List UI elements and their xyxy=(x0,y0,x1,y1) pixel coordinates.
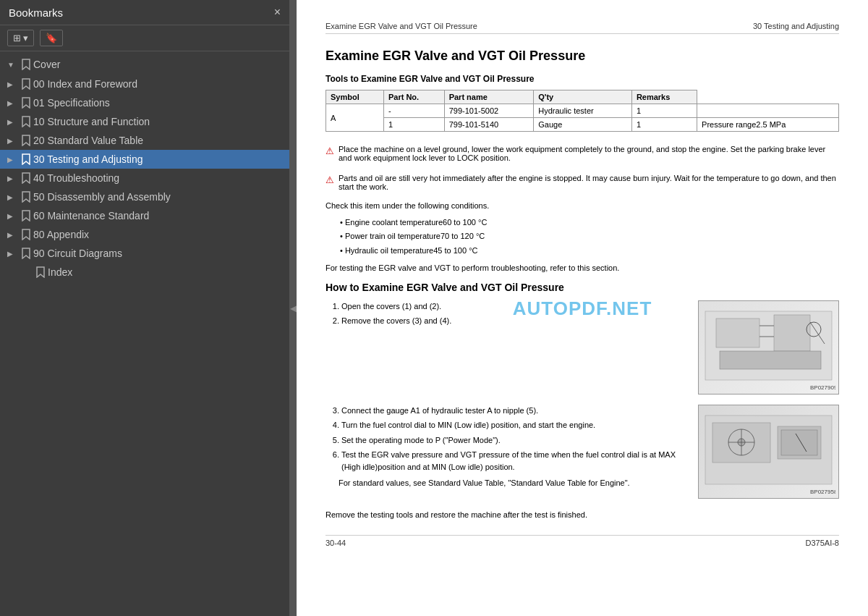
warning-triangle-icon-1: ⚠ xyxy=(326,145,334,156)
sidebar-item-50[interactable]: 50 Disassembly and Assembly xyxy=(0,187,289,206)
table-cell-remarks2: Pressure range2.5 MPa xyxy=(697,118,839,132)
warning-triangle-icon-2: ⚠ xyxy=(326,174,334,185)
svg-rect-1 xyxy=(716,318,760,347)
table-header-remarks: Remarks xyxy=(631,90,697,104)
svg-text:BP027909: BP027909 xyxy=(810,384,835,391)
bookmark-list: Cover 00 Index and Foreword 01 Specifica… xyxy=(0,51,289,616)
divider-arrow-icon: ◀ xyxy=(290,303,297,313)
step-1: Open the covers (1) and (2). xyxy=(341,300,688,313)
table-header-symbol: Symbol xyxy=(326,90,384,104)
table-header-partno: Part No. xyxy=(383,90,444,104)
table-cell-qty2: 1 xyxy=(631,118,697,132)
item-60-chevron xyxy=(7,211,19,220)
item-20-label: 20 Standard Value Table xyxy=(33,135,284,146)
sidebar-item-30[interactable]: 30 Testing and Adjusting xyxy=(0,150,289,169)
item-01-label: 01 Specifications xyxy=(33,97,284,109)
grid-icon: ⊞ xyxy=(13,33,21,43)
warning-block-1: ⚠ Place the machine on a level ground, l… xyxy=(326,142,839,165)
table-cell-partno2: 799-101-5140 xyxy=(444,118,534,132)
step-image-2: BP027958 xyxy=(698,405,839,499)
svg-text:BP027958: BP027958 xyxy=(810,489,835,495)
sidebar-item-01[interactable]: 01 Specifications xyxy=(0,93,289,112)
page-footer: 30-44 D375AI-8 xyxy=(326,535,839,547)
item-01-chevron xyxy=(7,98,19,107)
bookmark-icon-button[interactable]: 🔖 xyxy=(40,30,63,46)
tools-subtitle: Tools to Examine EGR Valve and VGT Oil P… xyxy=(326,74,839,84)
item-50-chevron xyxy=(7,193,19,201)
cover-bookmark-icon xyxy=(22,59,30,70)
sidebar-item-80[interactable]: 80 Appendix xyxy=(0,225,289,244)
table-cell-1: 1 xyxy=(383,118,444,132)
close-button[interactable]: × xyxy=(274,6,281,19)
table-header-partname: Part name xyxy=(444,90,534,104)
condition-1: Engine coolant temperature60 to 100 °C xyxy=(340,216,839,229)
steps-list-1: Open the covers (1) and (2). Remove the … xyxy=(326,300,688,327)
warning-text-2: Parts and oil are still very hot immedia… xyxy=(339,174,839,191)
sidebar-title: Bookmarks xyxy=(9,7,63,19)
table-cell-partname1: Hydraulic tester xyxy=(534,104,632,118)
item-10-chevron xyxy=(7,117,19,126)
main-wrapper: AUTOPDF.NET Examine EGR Valve and VGT Oi… xyxy=(297,0,868,616)
steps-col-2: Connect the gauge A1 of hydraulic tester… xyxy=(326,405,688,499)
tools-table: Symbol Part No. Part name Q'ty Remarks A… xyxy=(326,90,839,132)
main-content[interactable]: Examine EGR Valve and VGT Oil Pressure 3… xyxy=(297,0,868,616)
step-2: Remove the covers (3) and (4). xyxy=(341,315,688,327)
item-30-label: 30 Testing and Adjusting xyxy=(33,153,284,165)
page-footer-right: D375AI-8 xyxy=(806,539,839,547)
item-10-bookmark-icon xyxy=(22,116,30,127)
sidebar-item-00[interactable]: 00 Index and Foreword xyxy=(0,75,289,93)
sidebar-item-20[interactable]: 20 Standard Value Table xyxy=(0,131,289,150)
item-80-label: 80 Appendix xyxy=(33,229,284,240)
step-3: Connect the gauge A1 of hydraulic tester… xyxy=(341,405,688,417)
page-header-left: Examine EGR Valve and VGT Oil Pressure xyxy=(326,22,477,30)
condition-3: Hydraulic oil temperature45 to 100 °C xyxy=(340,245,839,257)
steps-with-image-2: Connect the gauge A1 of hydraulic tester… xyxy=(326,405,839,499)
warning-block-2: ⚠ Parts and oil are still very hot immed… xyxy=(326,171,839,194)
step-5: Set the operating mode to P ("Power Mode… xyxy=(341,434,688,447)
table-row: A - 799-101-5002 Hydraulic tester 1 xyxy=(326,104,839,118)
page-footer-left: 30-44 xyxy=(326,539,346,547)
check-conditions-intro: Check this item under the following cond… xyxy=(326,200,839,212)
item-00-label: 00 Index and Foreword xyxy=(33,78,284,90)
bookmark-ribbon-icon: 🔖 xyxy=(46,33,57,43)
cover-label: Cover xyxy=(33,59,284,70)
item-10-label: 10 Structure and Function xyxy=(33,116,284,127)
sidebar-item-60[interactable]: 60 Maintenance Standard xyxy=(0,206,289,225)
sidebar-item-90[interactable]: 90 Circuit Diagrams xyxy=(0,244,289,263)
item-20-chevron xyxy=(7,136,19,145)
bookmark-cover[interactable]: Cover xyxy=(0,54,289,75)
item-50-label: 50 Disassembly and Assembly xyxy=(33,191,284,203)
item-index-bookmark-icon xyxy=(36,266,45,278)
restore-note: Remove the testing tools and restore the… xyxy=(326,509,839,521)
cover-chevron-icon xyxy=(7,60,19,69)
how-to-heading: How to Examine EGR Valve and VGT Oil Pre… xyxy=(326,282,839,293)
step-6-sub: For standard values, see Standard Value … xyxy=(326,477,688,489)
item-index-label: Index xyxy=(48,266,284,278)
warning-text-1: Place the machine on a level ground, low… xyxy=(339,145,839,162)
item-40-chevron xyxy=(7,174,19,182)
sidebar-item-index[interactable]: Index xyxy=(0,263,289,282)
table-row: 1 799-101-5140 Gauge 1 Pressure range2.5… xyxy=(326,118,839,132)
grid-view-button[interactable]: ⊞ ▾ xyxy=(7,30,34,46)
steps-with-image-1: Open the covers (1) and (2). Remove the … xyxy=(326,300,839,395)
table-cell-partname2: Gauge xyxy=(534,118,632,132)
conditions-list: Engine coolant temperature60 to 100 °C P… xyxy=(326,216,839,257)
item-80-bookmark-icon xyxy=(22,229,30,240)
machinery-sketch-1: BP027909 xyxy=(702,304,835,391)
machinery-sketch-2: BP027958 xyxy=(702,408,835,495)
sidebar-item-40[interactable]: 40 Troubleshooting xyxy=(0,169,289,187)
svg-rect-16 xyxy=(781,430,817,455)
table-cell-qty1: 1 xyxy=(631,104,697,118)
item-20-bookmark-icon xyxy=(22,135,30,146)
doc-title: Examine EGR Valve and VGT Oil Pressure xyxy=(326,48,839,64)
item-80-chevron xyxy=(7,230,19,239)
sidebar-item-10[interactable]: 10 Structure and Function xyxy=(0,112,289,131)
item-00-bookmark-icon xyxy=(22,78,30,90)
table-cell-remarks1 xyxy=(697,104,839,118)
item-40-label: 40 Troubleshooting xyxy=(33,172,284,184)
svg-rect-2 xyxy=(774,315,810,351)
item-30-chevron xyxy=(7,155,19,164)
panel-divider[interactable]: ◀ xyxy=(289,0,297,616)
page-header: Examine EGR Valve and VGT Oil Pressure 3… xyxy=(326,22,839,34)
sidebar: Bookmarks × ⊞ ▾ 🔖 Cover 00 Index and For… xyxy=(0,0,289,616)
